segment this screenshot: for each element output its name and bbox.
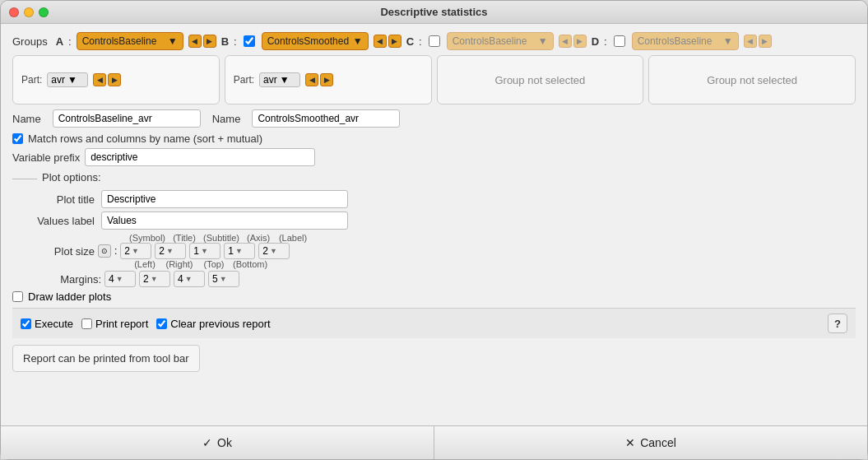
size-header-subtitle: (Subtitle) (203, 233, 239, 243)
help-button[interactable]: ? (828, 314, 847, 333)
size-header-axis: (Axis) (243, 233, 274, 243)
draw-ladder-row: Draw ladder plots (12, 290, 856, 303)
minimize-button[interactable] (24, 7, 34, 17)
group-a-next[interactable]: ▶ (203, 35, 216, 48)
cancel-button[interactable]: ✕ Cancel (434, 426, 867, 459)
group-a-value: ControlsBaseline (82, 35, 165, 47)
group-d-next[interactable]: ▶ (759, 35, 772, 48)
size-header-symbol: (Symbol) (129, 233, 165, 243)
group-d-dropdown[interactable]: ControlsBaseline ▼ (632, 32, 739, 50)
group-c-next[interactable]: ▶ (573, 35, 587, 48)
cancel-label: Cancel (640, 436, 676, 449)
group-a-part-nav: ◀ ▶ (93, 73, 121, 86)
clear-section: Clear previous report (156, 318, 270, 330)
margin-left-value: 4 (109, 273, 114, 285)
size-header-title: (Title) (169, 233, 200, 243)
size-title-chevron: ▼ (166, 247, 174, 255)
group-b-dropdown[interactable]: ControlsSmoothed ▼ (262, 32, 369, 50)
group-c-dropdown[interactable]: ControlsBaseline ▼ (447, 32, 554, 50)
group-a-chevron-icon: ▼ (168, 35, 178, 47)
group-d-value: ControlsBaseline (638, 35, 720, 47)
size-symbol-value: 2 (124, 245, 130, 257)
plot-size-icon[interactable]: ⊙ (98, 244, 111, 258)
print-section: Print report (81, 318, 148, 330)
group-b-value: ControlsSmoothed (267, 35, 350, 47)
margin-bottom-dropdown[interactable]: 5 ▼ (208, 271, 239, 287)
group-c-card: Group not selected (437, 55, 644, 105)
group-a-name-label: Name (12, 113, 41, 125)
match-label: Match rows and columns by name (sort + m… (28, 132, 262, 145)
group-b-next[interactable]: ▶ (388, 35, 402, 48)
maximize-button[interactable] (39, 7, 49, 17)
execute-checkbox[interactable] (21, 318, 31, 329)
group-a-prev[interactable]: ◀ (188, 35, 202, 48)
group-b-letter: B (221, 35, 229, 48)
margin-top-value: 4 (178, 273, 183, 285)
group-b-checkbox[interactable] (244, 35, 255, 47)
match-checkbox[interactable] (12, 133, 23, 144)
group-a-colon: : (68, 35, 72, 48)
group-c-chevron-icon: ▼ (538, 35, 548, 47)
close-button[interactable] (9, 7, 19, 17)
group-b-part-dropdown[interactable]: avr ▼ (259, 72, 300, 87)
group-b-part-prev[interactable]: ◀ (305, 73, 318, 86)
group-a-part-prev[interactable]: ◀ (93, 73, 106, 86)
group-b-colon: : (234, 35, 237, 48)
size-axis-chevron: ▼ (235, 247, 243, 255)
group-a-nav: ◀ ▶ (188, 35, 216, 48)
plot-size-colon: : (114, 245, 117, 257)
values-label-input[interactable] (101, 211, 348, 230)
margin-top-dropdown[interactable]: 4 ▼ (174, 271, 205, 287)
group-c-prev[interactable]: ◀ (559, 35, 572, 48)
plot-options-separator: Plot options: (12, 171, 856, 187)
group-b-prev[interactable]: ◀ (374, 35, 387, 48)
plot-size-headers: (Symbol) (Title) (Subtitle) (Axis) (Labe… (101, 233, 856, 243)
group-a-part-dropdown[interactable]: avr ▼ (47, 72, 88, 87)
group-a-part-next[interactable]: ▶ (108, 73, 121, 86)
size-header-left: (Left) (129, 259, 160, 269)
size-header-bottom: (Bottom) (233, 259, 267, 269)
groups-header-row: Groups A : ControlsBaseline ▼ ◀ ▶ B : Co… (12, 32, 856, 50)
ok-label: Ok (217, 436, 232, 449)
margins-label: Margins: (12, 273, 101, 286)
group-b-name-input[interactable] (252, 109, 400, 128)
group-d-prev[interactable]: ◀ (744, 35, 757, 48)
var-prefix-input[interactable] (85, 148, 315, 166)
group-d-chevron-icon: ▼ (723, 35, 733, 47)
size-subtitle-dropdown[interactable]: 1 ▼ (189, 243, 220, 259)
size-label-dropdown[interactable]: 2 ▼ (258, 243, 290, 259)
group-d-nav: ◀ ▶ (744, 35, 772, 48)
group-a-dropdown[interactable]: ControlsBaseline ▼ (77, 32, 183, 50)
size-label-value: 2 (262, 245, 268, 257)
margin-top-chevron: ▼ (185, 275, 193, 283)
group-b-part-next[interactable]: ▶ (320, 73, 333, 86)
size-title-dropdown[interactable]: 2 ▼ (155, 243, 186, 259)
bottom-buttons: ✓ Ok ✕ Cancel (1, 425, 867, 459)
size-symbol-dropdown[interactable]: 2 ▼ (120, 243, 151, 259)
group-b-part-chevron: ▼ (280, 74, 290, 86)
size-label-chevron: ▼ (270, 247, 277, 255)
margin-right-dropdown[interactable]: 2 ▼ (139, 271, 170, 287)
window-title: Descriptive statistics (380, 6, 487, 18)
margin-left-dropdown[interactable]: 4 ▼ (104, 271, 136, 287)
main-window: Descriptive statistics Groups A : Contro… (0, 0, 868, 460)
group-a-part-chevron: ▼ (67, 74, 77, 86)
execute-label: Execute (35, 318, 73, 330)
print-label: Print report (95, 318, 148, 330)
values-label-row: Values label (12, 211, 856, 230)
group-a-card: Part: avr ▼ ◀ ▶ (12, 55, 220, 105)
size-axis-dropdown[interactable]: 1 ▼ (224, 243, 255, 259)
clear-checkbox[interactable] (156, 318, 167, 329)
ok-button[interactable]: ✓ Ok (1, 426, 434, 459)
group-d-checkbox[interactable] (614, 35, 625, 47)
group-c-value: ControlsBaseline (453, 35, 535, 47)
plot-size-label: Plot size (12, 245, 95, 258)
margin-left-chevron: ▼ (116, 275, 123, 283)
print-checkbox[interactable] (81, 318, 92, 329)
group-b-part-nav: ◀ ▶ (305, 73, 333, 86)
margin-bottom-chevron: ▼ (220, 275, 227, 283)
group-a-name-input[interactable] (53, 109, 201, 128)
plot-title-input[interactable] (101, 190, 348, 208)
draw-ladder-checkbox[interactable] (12, 291, 23, 302)
group-c-checkbox[interactable] (429, 35, 440, 47)
